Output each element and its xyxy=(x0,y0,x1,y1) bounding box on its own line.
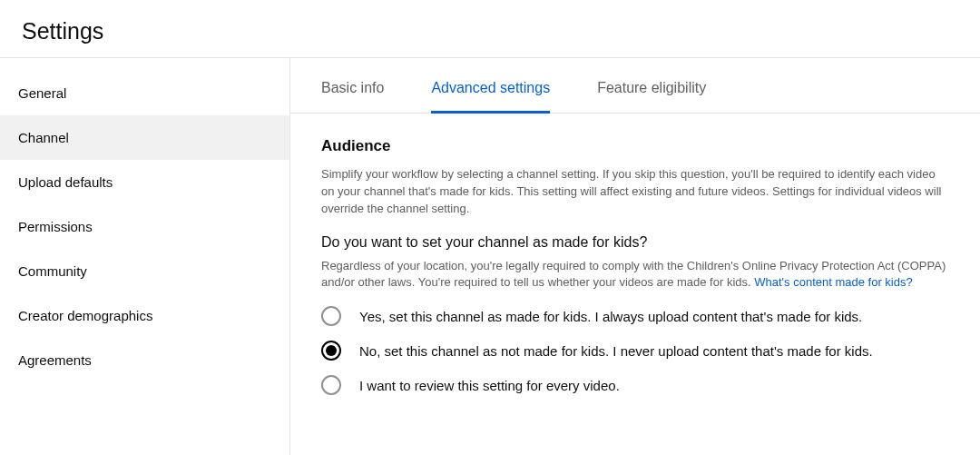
audience-question: Do you want to set your channel as made … xyxy=(321,234,949,251)
sidebar-item-community[interactable]: Community xyxy=(0,249,289,293)
radio-label: Yes, set this channel as made for kids. … xyxy=(359,309,862,324)
radio-icon xyxy=(321,341,341,361)
radio-icon xyxy=(321,306,341,326)
sidebar-item-agreements[interactable]: Agreements xyxy=(0,338,289,382)
radio-option-yes[interactable]: Yes, set this channel as made for kids. … xyxy=(321,306,949,326)
sidebar-item-permissions[interactable]: Permissions xyxy=(0,204,289,249)
radio-icon xyxy=(321,375,341,395)
content: Audience Simplify your workflow by selec… xyxy=(290,114,980,395)
radio-label: No, set this channel as not made for kid… xyxy=(359,343,873,359)
sidebar-item-upload-defaults[interactable]: Upload defaults xyxy=(0,160,289,204)
sidebar-item-general[interactable]: General xyxy=(0,71,289,115)
radio-option-no[interactable]: No, set this channel as not made for kid… xyxy=(321,341,949,361)
tabs: Basic info Advanced settings Feature eli… xyxy=(290,58,980,114)
audience-heading: Audience xyxy=(321,137,949,155)
radio-option-review[interactable]: I want to review this setting for every … xyxy=(321,375,949,395)
sidebar: General Channel Upload defaults Permissi… xyxy=(0,58,290,455)
tab-feature-eligibility[interactable]: Feature eligibility xyxy=(597,80,706,113)
tab-basic-info[interactable]: Basic info xyxy=(321,80,384,113)
tab-advanced-settings[interactable]: Advanced settings xyxy=(431,80,550,113)
audience-legal: Regardless of your location, you're lega… xyxy=(321,258,949,292)
sidebar-item-creator-demographics[interactable]: Creator demographics xyxy=(0,293,289,338)
settings-header: Settings xyxy=(0,0,980,58)
sidebar-item-channel[interactable]: Channel xyxy=(0,115,289,160)
audience-radio-group: Yes, set this channel as made for kids. … xyxy=(321,306,949,395)
layout: General Channel Upload defaults Permissi… xyxy=(0,58,980,455)
radio-label: I want to review this setting for every … xyxy=(359,378,620,393)
main-panel: Basic info Advanced settings Feature eli… xyxy=(290,58,980,455)
page-title: Settings xyxy=(22,18,958,45)
audience-description: Simplify your workflow by selecting a ch… xyxy=(321,166,949,218)
content-made-for-kids-link[interactable]: What's content made for kids? xyxy=(754,275,912,289)
